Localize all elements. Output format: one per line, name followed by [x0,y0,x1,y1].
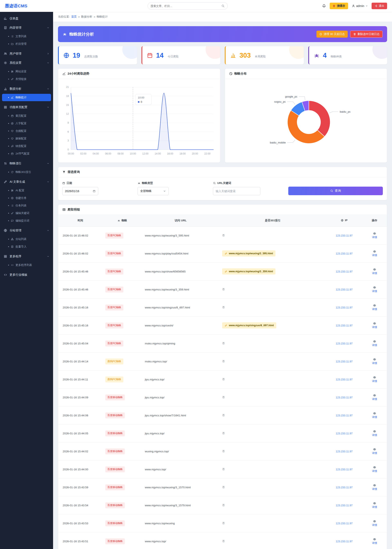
query-button[interactable]: 查询 [288,187,383,195]
sidebar-item-spider-stats[interactable]: 蜘蛛统计 [2,94,51,101]
sidebar-item-friend-links[interactable]: 友情链接 [2,75,51,83]
global-search[interactable] [148,2,228,10]
sidebar-item-article-list[interactable]: 文章列表 [2,33,51,40]
logout-button[interactable]: 退出 [371,3,387,9]
x-tick-label: 04:00 [93,152,99,155]
ip-link[interactable]: 123.233.11.97 [336,378,353,381]
ip-link[interactable]: 123.233.11.97 [336,306,353,309]
detail-button[interactable]: 详情 [372,232,377,239]
clear-cache-button[interactable]: 清缓存 [330,3,348,9]
ip-link[interactable]: 123.233.11.97 [336,540,353,543]
ip-link[interactable]: 123.233.11.97 [336,504,353,507]
filter-form: 日期 2026/01/16 蜘蛛类型 全部蜘蛛 [58,177,387,200]
eye-icon [373,520,376,523]
ip-link[interactable]: 123.233.11.97 [336,468,353,471]
sidebar-item-spider-pull[interactable]: 蜘蛛强引 [0,159,53,168]
x-tick-label: 00:00 [68,152,74,155]
ip-link[interactable]: 123.233.11.97 [336,522,353,525]
sidebar-item-bazi-config[interactable]: 八字配置 [2,120,51,127]
delete-selected-logs-button[interactable]: 删除选中日期日志 [350,31,383,38]
ip-link[interactable]: 123.233.11.97 [336,450,353,453]
sidebar-item-pages[interactable]: 功能单页配置 [0,103,53,112]
detail-button[interactable]: 详情 [372,250,377,257]
sidebar-item-edit-keywords[interactable]: 编辑关键词 [2,209,51,217]
sidebar-item-spider-301[interactable]: 蜘蛛301强引 [2,168,51,176]
ip-link[interactable]: 123.233.11.97 [336,432,353,435]
ip-link[interactable]: 123.233.11.97 [336,252,353,255]
sidebar-item-users[interactable]: 用户管理 [0,49,53,58]
detail-button[interactable]: 详情 [372,376,377,383]
ip-link[interactable]: 123.233.11.97 [336,288,353,291]
ip-link[interactable]: 123.233.11.97 [336,234,353,237]
detail-button[interactable]: 详情 [372,502,377,509]
sidebar-item-nayin-config[interactable]: 纳音配置 [2,143,51,150]
sidebar-item-subsites[interactable]: 分站管理 [0,226,53,235]
column-header-time[interactable]: 时间 [58,215,103,227]
detail-button[interactable]: 详情 [372,520,377,527]
sidebar-item-task-list[interactable]: 任务列表 [2,202,51,209]
spider-type-select[interactable]: 全部蜘蛛 [138,187,169,195]
sidebar-item-system[interactable]: 系统设置 [0,58,53,67]
date-input[interactable]: 2026/01/16 [62,187,98,195]
column-header-action[interactable]: 操作 [362,215,387,227]
breadcrumb-separator: > [94,15,95,18]
detail-button[interactable]: 详情 [372,322,377,329]
sidebar-item-huangli-config[interactable]: 黄历配置 [2,112,51,120]
sidebar-item-dashboard[interactable]: 仪表盘 [0,14,53,23]
sidebar-item-analytics[interactable]: 数据分析 [0,84,53,94]
detail-button[interactable]: 详情 [372,538,377,545]
detail-button[interactable]: 详情 [372,394,377,401]
sidebar-item-hehun-config[interactable]: 合婚配置 [2,127,51,135]
ip-link[interactable]: 123.233.11.97 [336,324,353,327]
keyword-input[interactable] [213,187,260,195]
detail-button[interactable]: 详情 [372,466,377,473]
eye-icon [373,412,376,415]
ip-link[interactable]: 123.233.11.97 [336,396,353,399]
cell-spider: 百度PC蜘蛛 [103,334,142,352]
detail-button[interactable]: 详情 [372,340,377,347]
sidebar-item-ai-config[interactable]: AI 配置 [2,187,51,194]
sidebar-item-templates[interactable]: 更多行业模板 [0,270,53,279]
user-menu[interactable]: admin [352,4,368,7]
detail-button[interactable]: 详情 [372,430,377,437]
stat-card-decoration [289,46,304,59]
detail-button[interactable]: 详情 [372,484,377,491]
sidebar-item-jieqi-config[interactable]: 24节气配置 [2,150,51,157]
column-header-redirect[interactable]: 是否301强引 [219,215,326,227]
sidebar-item-create-task[interactable]: 创建任务 [2,194,51,202]
detail-button[interactable]: 详情 [372,268,377,275]
ip-link[interactable]: 123.233.11.97 [336,270,353,273]
sidebar-item-subsite-list[interactable]: 分站列表 [2,235,51,243]
sidebar-item-more-apps[interactable]: 更多程序 [0,252,53,261]
bell-icon[interactable] [322,4,326,8]
column-header-spider[interactable]: 蜘蛛 [103,215,142,227]
cell-redirect: 否 [219,514,326,532]
ip-link[interactable]: 123.233.11.97 [336,360,353,363]
column-header-ip[interactable]: IP [326,215,362,227]
ip-link[interactable]: 123.233.11.97 [336,414,353,417]
detail-button[interactable]: 详情 [372,448,377,455]
no-redirect-label: 否 [222,450,225,453]
sidebar-item-category-manage[interactable]: 栏目管理 [2,40,51,48]
search-input[interactable] [151,5,221,7]
column-header-url[interactable]: 访问 URL [142,215,219,227]
detail-button[interactable]: 详情 [372,304,377,311]
breadcrumb-home-link[interactable]: 首页 [71,15,77,19]
sidebar-item-more-program-list[interactable]: 更多程序列表 [2,261,51,269]
clean-old-logs-button[interactable]: 清理 30 天前日志 [316,31,348,38]
sidebar-item-site-settings[interactable]: 网站设置 [2,68,51,75]
sidebar-item-ai[interactable]: AI 文章生成 [0,177,53,186]
cell-redirect: 否 [219,370,326,388]
ip-link[interactable]: 123.233.11.97 [336,342,353,345]
ip-link[interactable]: 123.233.11.97 [336,486,353,489]
cell-action: 详情 [362,370,387,388]
detail-button[interactable]: 详情 [372,358,377,365]
detail-button[interactable]: 详情 [372,412,377,419]
detail-button[interactable]: 详情 [372,286,377,293]
sidebar-item-content[interactable]: 内容管理 [0,23,53,32]
sidebar-item-batch-import[interactable]: 批量导入 [2,243,51,250]
pie-segment-baidu_pc[interactable] [309,101,330,137]
search-icon[interactable] [221,4,224,7]
sidebar-item-yinyuan-config[interactable]: 姻缘配置 [2,135,51,142]
sidebar-item-edit-prompts[interactable]: 编辑提示词 [2,217,51,224]
